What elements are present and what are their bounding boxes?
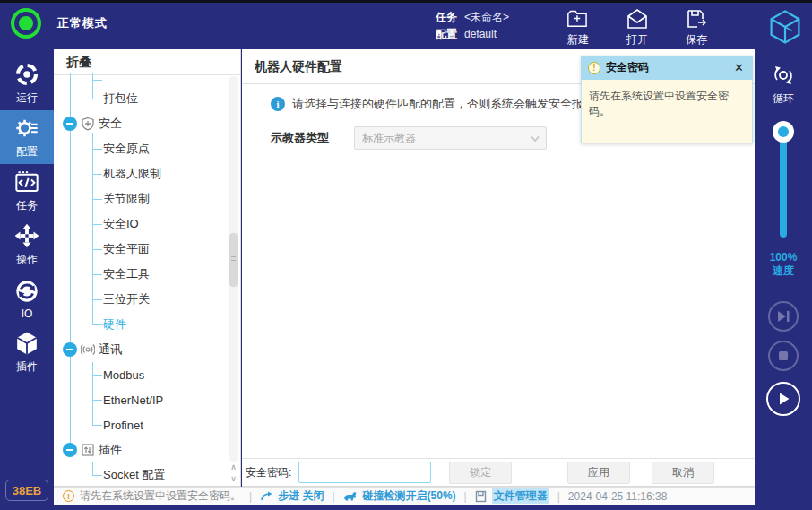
status-warning-text: 请先在系统设置中设置安全密码。: [80, 488, 241, 504]
move-arrows-icon: [13, 222, 40, 249]
password-input[interactable]: [298, 462, 431, 483]
stop-button[interactable]: [768, 341, 799, 371]
notification-title: 安全密码: [606, 60, 727, 75]
tree-scroll-arrows: ∧ ∨: [228, 461, 239, 484]
task-label: 任务: [436, 11, 457, 23]
nav-label: IO: [22, 307, 33, 320]
tree-collapse-header[interactable]: 折叠: [54, 49, 240, 75]
speed-label: 速度: [770, 264, 798, 278]
step-forward-button[interactable]: [768, 301, 799, 332]
nav-item-run[interactable]: 运行: [0, 56, 54, 110]
scroll-up-icon[interactable]: ∧: [228, 461, 239, 472]
tree-item-clipped[interactable]: [54, 73, 229, 86]
play-icon: [777, 392, 790, 406]
gear-icon: [13, 115, 40, 142]
step-status[interactable]: 步进 关闭: [278, 488, 324, 504]
collapse-toggle-icon[interactable]: [63, 117, 77, 131]
cancel-button[interactable]: 取消: [652, 462, 714, 484]
pendant-type-row: 示教器类型 标准示教器: [271, 126, 547, 150]
speed-slider-track[interactable]: [780, 130, 787, 238]
tree-item-hardware[interactable]: 硬件: [54, 312, 229, 337]
tree-scrollbar[interactable]: [229, 76, 238, 462]
security-password-notification: ! 安全密码 ✕ 请先在系统设置中设置安全密码。: [581, 56, 753, 143]
mode-status: 正常模式: [11, 8, 108, 39]
play-button[interactable]: [766, 382, 800, 416]
nav-item-io[interactable]: IO: [0, 272, 54, 325]
mode-status-icon: [11, 8, 41, 39]
tree-item-modbus[interactable]: Modbus: [54, 362, 229, 387]
antenna-icon: [81, 342, 95, 357]
right-control-bar: 循环 100% 速度: [755, 49, 812, 510]
tree-item-safety-io[interactable]: 安全IO: [54, 212, 229, 237]
info-text: 请选择与连接的硬件匹配的配置，否则系统会触发安全报警: [292, 96, 595, 112]
status-separator: |: [464, 490, 467, 503]
nav-label: 插件: [16, 359, 38, 375]
stop-icon: [778, 350, 789, 361]
tree-item-socket-config[interactable]: Socket 配置: [54, 462, 229, 487]
tree-item-three-position-switch[interactable]: 三位开关: [54, 287, 229, 312]
run-target-icon: [13, 61, 40, 88]
close-icon[interactable]: ✕: [732, 61, 746, 74]
tree-scrollbar-thumb[interactable]: [229, 233, 238, 287]
loop-control[interactable]: 循环: [770, 62, 797, 107]
collision-detect-icon: [343, 490, 358, 503]
pendant-type-select[interactable]: 标准示教器: [354, 126, 547, 150]
nav-item-operate[interactable]: 操作: [0, 218, 54, 272]
nav-item-task[interactable]: 任务: [0, 164, 54, 218]
info-banner: i 请选择与连接的硬件匹配的配置，否则系统会触发安全报警: [271, 96, 595, 112]
status-separator: |: [557, 490, 560, 503]
notification-body: 请先在系统设置中设置安全密码。: [581, 80, 753, 143]
new-button-label: 新建: [567, 32, 589, 48]
tree-item-ethernet-ip[interactable]: EtherNet/IP: [54, 387, 229, 412]
tree-item-joint-limits[interactable]: 关节限制: [54, 186, 229, 212]
file-manager-link[interactable]: 文件管理器: [492, 488, 549, 504]
lock-button[interactable]: 锁定: [449, 462, 512, 484]
status-separator: |: [249, 490, 252, 503]
cube-icon: [13, 330, 40, 357]
config-value: default: [464, 28, 497, 40]
step-icon: [260, 490, 272, 503]
tree-item-profinet[interactable]: Profinet: [54, 412, 229, 437]
left-nav: 运行 配置 任务: [0, 49, 54, 510]
shield-icon: [81, 117, 95, 131]
apply-button[interactable]: 应用: [567, 462, 630, 484]
status-badge: 38EB: [5, 480, 48, 501]
collision-detect-status[interactable]: 碰撞检测开启(50%): [363, 488, 456, 504]
password-footer: 安全密码: 锁定 应用 取消: [242, 458, 755, 486]
tree-group-communication[interactable]: 通讯: [54, 337, 229, 362]
info-icon: i: [271, 97, 285, 111]
nav-label: 操作: [16, 252, 38, 267]
tree-item-safety-plane[interactable]: 安全平面: [54, 237, 229, 262]
top-bar: 正常模式 任务<未命名> 配置default 新建 打开: [0, 3, 812, 49]
speed-percent: 100%: [770, 251, 798, 264]
speed-readout: 100% 速度: [770, 251, 798, 278]
task-value: <未命名>: [464, 11, 509, 23]
speed-slider[interactable]: [773, 121, 794, 242]
warning-circle-icon: !: [588, 62, 600, 74]
task-info: 任务<未命名> 配置default: [436, 9, 509, 43]
warning-circle-icon: !: [63, 490, 74, 502]
speed-slider-handle[interactable]: [773, 121, 794, 143]
tree-group-safety[interactable]: 安全: [54, 111, 229, 136]
save-icon: [685, 7, 708, 30]
open-button[interactable]: 打开: [619, 7, 655, 48]
nav-item-plugin[interactable]: 插件: [0, 325, 54, 379]
config-tree-panel: 折叠 打包位 安全 安全原点 机器人限制 关节限制: [54, 49, 241, 487]
status-separator: |: [332, 490, 334, 503]
notification-header: ! 安全密码 ✕: [581, 56, 753, 80]
collapse-toggle-icon[interactable]: [63, 443, 77, 457]
new-folder-icon: [566, 7, 590, 30]
new-button[interactable]: 新建: [560, 7, 596, 48]
tree-item-packing-position[interactable]: 打包位: [54, 86, 229, 111]
tree-item-robot-limits[interactable]: 机器人限制: [54, 161, 229, 186]
save-button[interactable]: 保存: [678, 7, 714, 48]
tree-item-safety-home[interactable]: 安全原点: [54, 136, 229, 161]
tree-item-safety-tool[interactable]: 安全工具: [54, 262, 229, 287]
scroll-down-icon[interactable]: ∨: [228, 472, 239, 484]
nav-item-config[interactable]: 配置: [0, 110, 54, 164]
tree-group-plugin[interactable]: 插件: [54, 437, 229, 462]
pendant-type-value: 标准示教器: [362, 131, 416, 146]
collapse-toggle-icon[interactable]: [63, 342, 77, 357]
file-manager-icon: [475, 490, 487, 503]
pendant-type-label: 示教器类型: [271, 130, 354, 146]
